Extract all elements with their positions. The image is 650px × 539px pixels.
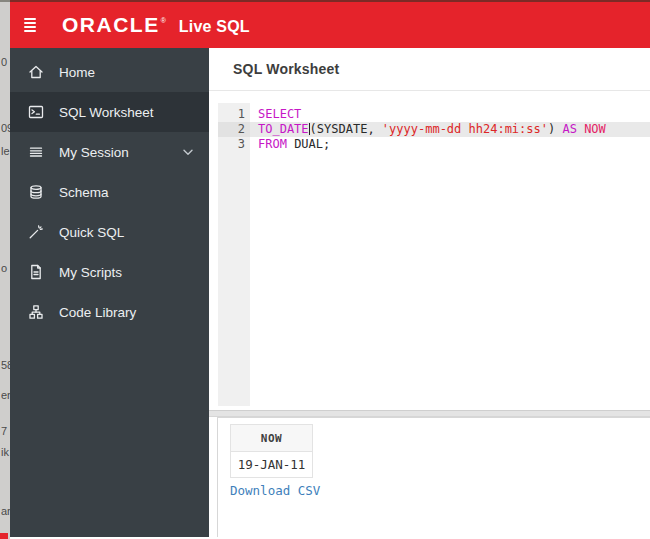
code-token: DUAL; — [287, 137, 330, 151]
top-bar: ORACLE® Live SQL — [10, 0, 650, 48]
code-token: NOW — [584, 122, 606, 136]
sidebar-item-label: Schema — [59, 185, 109, 200]
hierarchy-icon — [27, 303, 45, 321]
sidebar-item-label: SQL Worksheet — [59, 105, 154, 120]
background-text-fragment: o — [1, 262, 10, 274]
database-icon — [27, 183, 45, 201]
editor-results-splitter[interactable] — [209, 410, 650, 417]
code-line-2-active: 2 TO_DATE(SYSDATE, 'yyyy-mm-dd hh24:mi:s… — [218, 122, 650, 137]
sidebar-item-label: My Scripts — [59, 265, 122, 280]
oracle-logo: ORACLE — [62, 13, 160, 37]
line-number: 3 — [218, 137, 250, 152]
app-title: Live SQL — [179, 18, 250, 36]
code-token: SELECT — [258, 107, 301, 121]
code-token: TO_DATE — [258, 122, 309, 136]
background-red-fragment — [0, 533, 8, 539]
code-line-3: 3 FROM DUAL; — [218, 137, 650, 152]
app-window: ORACLE® Live SQL Home SQL Worksheet — [10, 0, 650, 539]
registered-mark: ® — [161, 17, 166, 24]
background-text-fragment: ar — [1, 505, 10, 517]
wand-icon — [27, 223, 45, 241]
background-page-strip: 0 09 le o 58 en 7 ik ar — [0, 0, 10, 539]
code-token: 'yyyy-mm-dd hh24:mi:ss' — [382, 122, 548, 136]
page-title: SQL Worksheet — [233, 61, 339, 77]
sidebar-item-quick-sql[interactable]: Quick SQL — [10, 212, 209, 252]
background-text-fragment: 58 — [1, 359, 10, 371]
background-text-fragment: le — [1, 145, 10, 157]
results-table: NOW 19-JAN-11 — [230, 424, 313, 478]
table-row: 19-JAN-11 — [231, 452, 313, 478]
sidebar-item-schema[interactable]: Schema — [10, 172, 209, 212]
chevron-down-icon — [183, 149, 193, 156]
sidebar-nav: Home SQL Worksheet My Session — [10, 48, 209, 537]
sidebar-item-my-scripts[interactable]: My Scripts — [10, 252, 209, 292]
background-text-fragment: 09 — [1, 122, 10, 134]
sidebar-item-label: Quick SQL — [59, 225, 124, 240]
code-token: FROM — [258, 137, 287, 151]
sidebar-item-label: My Session — [59, 145, 129, 160]
list-icon — [27, 143, 45, 161]
brand[interactable]: ORACLE® Live SQL — [62, 13, 250, 37]
sql-code-editor[interactable]: 1 SELECT 2 TO_DATE(SYSDATE, 'yyyy-mm-dd … — [218, 103, 650, 406]
sidebar-item-code-library[interactable]: Code Library — [10, 292, 209, 332]
background-text-fragment: en — [1, 389, 10, 401]
line-number: 2 — [218, 122, 250, 137]
code-line-1: 1 SELECT — [218, 107, 650, 122]
home-icon — [27, 63, 45, 81]
query-results-panel: NOW 19-JAN-11 Download CSV — [217, 417, 650, 537]
code-token: ) — [548, 122, 562, 136]
code-token: AS — [562, 122, 576, 136]
sidebar-item-sql-worksheet[interactable]: SQL Worksheet — [10, 92, 209, 132]
sidebar-item-my-session[interactable]: My Session — [10, 132, 209, 172]
background-text-fragment: ik — [1, 446, 10, 458]
sidebar-item-label: Home — [59, 65, 95, 80]
terminal-icon — [27, 103, 45, 121]
main-panel: SQL Worksheet 1 SELECT 2 TO_DATE(SYSDATE… — [209, 48, 650, 537]
results-cell: 19-JAN-11 — [231, 452, 313, 478]
background-text-fragment: 0 — [1, 56, 10, 68]
document-icon — [27, 263, 45, 281]
background-text-fragment: 7 — [1, 425, 10, 437]
sidebar-item-label: Code Library — [59, 305, 136, 320]
line-number: 1 — [218, 107, 250, 122]
sidebar-item-home[interactable]: Home — [10, 52, 209, 92]
hamburger-menu-icon[interactable] — [24, 17, 40, 33]
background-strip-shade — [0, 0, 10, 2]
worksheet-header: SQL Worksheet — [209, 48, 650, 91]
code-token: (SYSDATE, — [310, 122, 382, 136]
results-column-header: NOW — [231, 425, 313, 452]
download-csv-link[interactable]: Download CSV — [230, 483, 320, 498]
